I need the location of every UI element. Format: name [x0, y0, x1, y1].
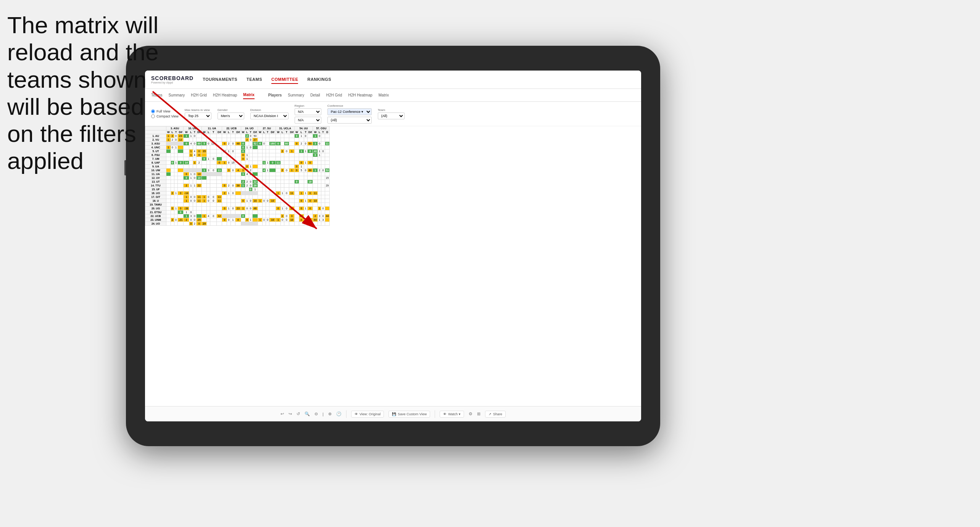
- watch-button[interactable]: 👁 Watch ▾: [440, 411, 464, 418]
- grid-icon[interactable]: ⊞: [477, 411, 480, 416]
- matrix-cell: 11: [307, 218, 313, 222]
- save-icon: 💾: [392, 412, 396, 416]
- matrix-cell: [304, 203, 307, 207]
- conference-select[interactable]: Pac-12 Conference ▾ (All): [327, 108, 372, 115]
- matrix-cell: [217, 207, 222, 210]
- matrix-cell: [235, 165, 241, 169]
- matrix-cell: [196, 169, 201, 172]
- view-original-button[interactable]: 👁 View: Original: [351, 411, 384, 418]
- matrix-cell: [227, 180, 230, 184]
- redo-icon[interactable]: ↪: [289, 411, 292, 416]
- matrix-cell: 1: [184, 195, 189, 199]
- matrix-cell: [217, 203, 222, 207]
- matrix-cell: 1: [249, 218, 252, 222]
- sub-dif-ucla: Dif: [289, 130, 294, 134]
- zoom-in-icon[interactable]: ⊕: [328, 411, 332, 416]
- matrix-cell: [235, 172, 241, 176]
- matrix-cell: 1: [189, 176, 193, 180]
- matrix-cell: [266, 180, 269, 184]
- matrix-cell: [280, 184, 284, 188]
- sub-nav-matrix[interactable]: Matrix: [243, 91, 254, 99]
- matrix-cell: [166, 188, 171, 191]
- matrix-cell: [235, 214, 241, 218]
- matrix-cell: 0: [249, 134, 252, 138]
- matrix-cell: [249, 161, 252, 165]
- settings-icon[interactable]: ⚙: [469, 411, 472, 416]
- matrix-cell: [222, 153, 227, 157]
- zoom-out-icon[interactable]: ⊖: [314, 411, 318, 416]
- save-custom-button[interactable]: 💾 Save Custom View: [388, 411, 430, 418]
- matrix-cell: [318, 184, 321, 188]
- sub-nav-players-matrix[interactable]: Matrix: [379, 92, 389, 99]
- matrix-cell: 2: [184, 184, 189, 188]
- matrix-cell: [245, 188, 249, 191]
- matrix-cell: [210, 153, 217, 157]
- matrix-cell: 1: [174, 146, 177, 149]
- matrix-cell: -21: [178, 218, 184, 222]
- sub-nav-players-summary[interactable]: Summary: [288, 92, 304, 99]
- matrix-cell: [299, 153, 304, 157]
- matrix-cell: [266, 207, 269, 210]
- matrix-cell: 1: [245, 146, 249, 149]
- matrix-cell: [276, 210, 281, 214]
- matrix-cell: [307, 146, 313, 149]
- matrix-cell: [262, 134, 266, 138]
- matrix-cell: 0: [321, 149, 325, 153]
- matrix-cell: [241, 218, 245, 222]
- max-teams-select[interactable]: Top 25 Top 10 Top 50: [185, 112, 211, 119]
- matrix-cell: [325, 203, 330, 207]
- matrix-cell: [222, 172, 227, 176]
- matrix-cell: [269, 146, 276, 149]
- share-button[interactable]: ↗ Share: [485, 411, 506, 418]
- matrix-cell: [318, 195, 321, 199]
- nav-item-rankings[interactable]: RANKINGS: [307, 76, 331, 84]
- matrix-cell: 0: [193, 134, 196, 138]
- matrix-cell: [230, 176, 235, 180]
- sub-nav-players-h2h-grid[interactable]: H2H Grid: [326, 92, 342, 99]
- matrix-cell: 1: [318, 153, 321, 157]
- matrix-cell: [321, 199, 325, 203]
- undo-icon[interactable]: ↩: [280, 411, 284, 416]
- matrix-cell: [276, 169, 281, 172]
- nav-item-tournaments[interactable]: TOURNAMENTS: [203, 76, 237, 84]
- matrix-cell: 0: [307, 149, 313, 153]
- matrix-cell: [174, 203, 177, 207]
- region-select[interactable]: N/A (All): [295, 108, 321, 115]
- matrix-cell: [174, 210, 177, 214]
- nav-item-committee[interactable]: COMMITTEE: [271, 76, 298, 84]
- matrix-cell: [230, 199, 235, 203]
- matrix-cell: 1: [227, 149, 230, 153]
- share-label: Share: [493, 412, 502, 416]
- sub-nav-detail[interactable]: Detail: [310, 92, 320, 99]
- matrix-cell: [295, 153, 299, 157]
- matrix-cell: 2: [171, 191, 174, 195]
- conference-select2[interactable]: (All): [327, 117, 372, 124]
- sub-nav-players[interactable]: Players: [268, 92, 282, 99]
- sub-nav-players-h2h-heatmap[interactable]: H2H Heatmap: [348, 92, 372, 99]
- matrix-cell: 0: [174, 134, 177, 138]
- matrix-cell: [184, 157, 189, 161]
- matrix-cell: 2: [196, 161, 201, 165]
- team-select[interactable]: (All): [378, 112, 405, 119]
- division-select[interactable]: NCAA Division I NCAA Division II NCAA Di…: [250, 112, 289, 119]
- matrix-cell: [210, 207, 217, 210]
- reset-icon[interactable]: ↺: [297, 411, 300, 416]
- matrix-cell: [318, 138, 321, 142]
- nav-item-teams[interactable]: TEAMS: [247, 76, 262, 84]
- matrix-cell: 1: [202, 199, 207, 203]
- matrix-cell: [313, 172, 318, 176]
- matrix-cell: [241, 176, 245, 180]
- matrix-cell: [318, 180, 321, 184]
- sub-nav-h2h-grid[interactable]: H2H Grid: [191, 92, 207, 99]
- sub-nav-h2h-heatmap[interactable]: H2H Heatmap: [213, 92, 237, 99]
- matrix-area[interactable]: 3. ASU 10. UW 11. UA 22. UCB 24. UO 27. …: [145, 126, 641, 406]
- matrix-cell: [193, 138, 196, 142]
- matrix-cell: 11: [313, 191, 318, 195]
- clock-icon[interactable]: 🕐: [336, 411, 342, 416]
- matrix-cell: 0: [318, 134, 321, 138]
- region-select2[interactable]: N/A: [295, 117, 321, 124]
- gender-select[interactable]: Men's Women's: [218, 112, 244, 119]
- search-icon[interactable]: 🔍: [305, 411, 310, 416]
- sub-dif-ua: Dif: [217, 130, 222, 134]
- matrix-cell: 0: [230, 149, 235, 153]
